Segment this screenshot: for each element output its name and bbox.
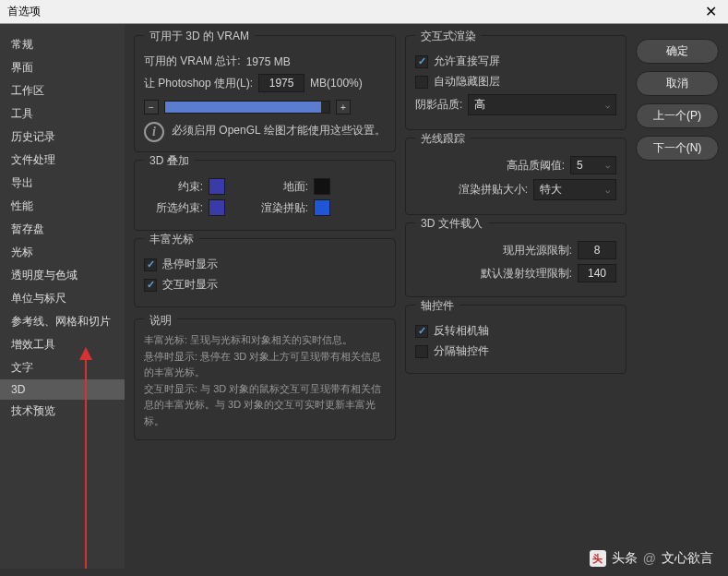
desc-line2: 悬停时显示: 悬停在 3D 对象上方可呈现带有相关信息的丰富光标。 (144, 349, 386, 381)
axis-group: 轴控件 反转相机轴 分隔轴控件 (405, 305, 627, 374)
vram-title: 可用于 3D 的 VRAM (144, 29, 255, 44)
allconstraint-label: 所选约束: (144, 200, 203, 216)
vram-slider[interactable] (164, 101, 330, 114)
fileload-group: 3D 文件载入 现用光源限制: 默认漫射纹理限制: (405, 222, 627, 297)
chevron-down-icon: ⌵ (605, 101, 610, 110)
allconstraint-color[interactable] (209, 199, 225, 216)
titlebar: 首选项 ✕ (0, 0, 728, 24)
sidebar-item-plugins[interactable]: 增效工具 (0, 333, 125, 356)
tilesize-value: 特大 (540, 182, 562, 198)
vram-total-label: 可用的 VRAM 总计: (144, 54, 241, 69)
axis-title: 轴控件 (415, 298, 459, 314)
sidebar-item-cursor[interactable]: 光标 (0, 241, 125, 264)
sidebar-item-filehandling[interactable]: 文件处理 (0, 149, 125, 172)
raytrace-group: 光线跟踪 高品质阈值: 5 ⌵ 渲染拼贴大小: 特大 ⌵ (405, 138, 627, 215)
autohide-label: 自动隐藏图层 (434, 74, 500, 90)
sidebar-item-transparency[interactable]: 透明度与色域 (0, 264, 125, 287)
watermark-name: 文心欲言 (662, 550, 713, 567)
main-area: 常规 界面 工作区 工具 历史记录 文件处理 导出 性能 暂存盘 光标 透明度与… (0, 24, 728, 569)
separate-label: 分隔轴控件 (434, 343, 489, 359)
cursor-group: 丰富光标 悬停时显示 交互时显示 (134, 238, 396, 307)
ground-color[interactable] (314, 178, 330, 195)
sidebar-item-guides[interactable]: 参考线、网格和切片 (0, 310, 125, 333)
slider-plus-icon[interactable]: + (336, 100, 351, 114)
window-title: 首选项 (7, 4, 41, 19)
threshold-label: 高品质阈值: (507, 158, 565, 174)
direct-label: 允许直接写屏 (434, 54, 500, 69)
sidebar-item-interface[interactable]: 界面 (0, 56, 125, 79)
sidebar-item-type[interactable]: 文字 (0, 356, 125, 379)
tilesize-label: 渲染拼贴大小: (459, 182, 528, 198)
sidebar-item-tools[interactable]: 工具 (0, 102, 125, 126)
invert-label: 反转相机轴 (434, 323, 489, 339)
light-label: 现用光源限制: (503, 243, 572, 258)
sidebar-item-history[interactable]: 历史记录 (0, 126, 125, 149)
interact-label: 交互时显示 (162, 277, 218, 293)
content-panel: 可用于 3D 的 VRAM 可用的 VRAM 总计: 1975 MB 让 Pho… (125, 24, 728, 569)
sidebar-item-scratch[interactable]: 暂存盘 (0, 218, 125, 241)
ok-button[interactable]: 确定 (636, 39, 719, 64)
hover-label: 悬停时显示 (162, 257, 218, 272)
prev-button[interactable]: 上一个(P) (636, 103, 719, 128)
shadow-value: 高 (474, 97, 485, 113)
dialog-buttons: 确定 取消 上一个(P) 下一个(N) (636, 35, 719, 558)
vram-total-value: 1975 MB (246, 55, 291, 68)
cursor-title: 丰富光标 (144, 232, 199, 247)
rendertile-label: 渲染拼贴: (249, 200, 308, 216)
separate-checkbox[interactable] (415, 345, 428, 358)
watermark-prefix: 头条 (612, 550, 638, 567)
hover-checkbox[interactable] (144, 258, 157, 271)
watermark-logo-icon: 头 (590, 550, 606, 567)
vram-info-text: 必须启用 OpenGL 绘图才能使用这些设置。 (172, 122, 386, 138)
chevron-down-icon: ⌵ (605, 161, 610, 170)
vram-usage-label: 让 Photoshop 使用(L): (144, 76, 253, 91)
sidebar: 常规 界面 工作区 工具 历史记录 文件处理 导出 性能 暂存盘 光标 透明度与… (0, 24, 125, 569)
sidebar-item-workspace[interactable]: 工作区 (0, 79, 125, 102)
interactive-title: 交互式渲染 (415, 29, 482, 44)
constraint-color[interactable] (209, 178, 225, 195)
desc-title: 说明 (144, 312, 177, 330)
overlay-group: 3D 叠加 约束: 地面: 所选约束: 渲染拼贴: (134, 160, 396, 231)
vram-group: 可用于 3D 的 VRAM 可用的 VRAM 总计: 1975 MB 让 Pho… (134, 35, 396, 152)
sidebar-item-performance[interactable]: 性能 (0, 195, 125, 218)
shadow-select[interactable]: 高 ⌵ (468, 94, 616, 115)
overlay-title: 3D 叠加 (144, 153, 195, 169)
slider-minus-icon[interactable]: − (144, 100, 159, 114)
interact-checkbox[interactable] (144, 279, 157, 292)
constraint-label: 约束: (144, 179, 203, 195)
sidebar-item-preview[interactable]: 技术预览 (0, 400, 125, 423)
sidebar-item-general[interactable]: 常规 (0, 33, 125, 56)
invert-checkbox[interactable] (415, 325, 428, 338)
fileload-title: 3D 文件载入 (415, 216, 488, 232)
shadow-label: 阴影品质: (415, 97, 462, 113)
chevron-down-icon: ⌵ (605, 186, 610, 195)
sidebar-item-export[interactable]: 导出 (0, 172, 125, 195)
sidebar-item-3d[interactable]: 3D (0, 379, 125, 400)
raytrace-title: 光线跟踪 (415, 131, 471, 147)
watermark-at: @ (643, 551, 656, 566)
autohide-checkbox[interactable] (415, 76, 428, 89)
ground-label: 地面: (249, 179, 308, 195)
tilesize-select[interactable]: 特大 ⌵ (533, 179, 616, 200)
vram-usage-input[interactable] (258, 74, 304, 92)
interactive-render-group: 交互式渲染 允许直接写屏 自动隐藏图层 阴影品质: 高 ⌵ (405, 35, 627, 130)
description-group: 说明 丰富光标: 呈现与光标和对象相关的实时信息。 悬停时显示: 悬停在 3D … (134, 318, 396, 440)
desc-line3: 交互时显示: 与 3D 对象的鼠标交互可呈现带有相关信息的丰富光标。与 3D 对… (144, 381, 386, 430)
light-input[interactable] (578, 241, 616, 259)
desc-line1: 丰富光标: 呈现与光标和对象相关的实时信息。 (144, 332, 386, 349)
next-button[interactable]: 下一个(N) (636, 136, 719, 161)
sidebar-item-units[interactable]: 单位与标尺 (0, 287, 125, 310)
threshold-select[interactable]: 5 ⌵ (570, 156, 616, 174)
watermark: 头 头条 @ 文心欲言 (590, 550, 713, 567)
info-icon: i (144, 122, 164, 142)
texture-label: 默认漫射纹理限制: (481, 266, 572, 282)
rendertile-color[interactable] (314, 199, 330, 216)
direct-checkbox[interactable] (415, 55, 428, 68)
close-icon[interactable]: ✕ (701, 3, 721, 20)
threshold-value: 5 (577, 159, 583, 172)
texture-input[interactable] (578, 264, 616, 282)
cancel-button[interactable]: 取消 (636, 71, 719, 96)
vram-usage-suffix: MB(100%) (310, 77, 363, 90)
